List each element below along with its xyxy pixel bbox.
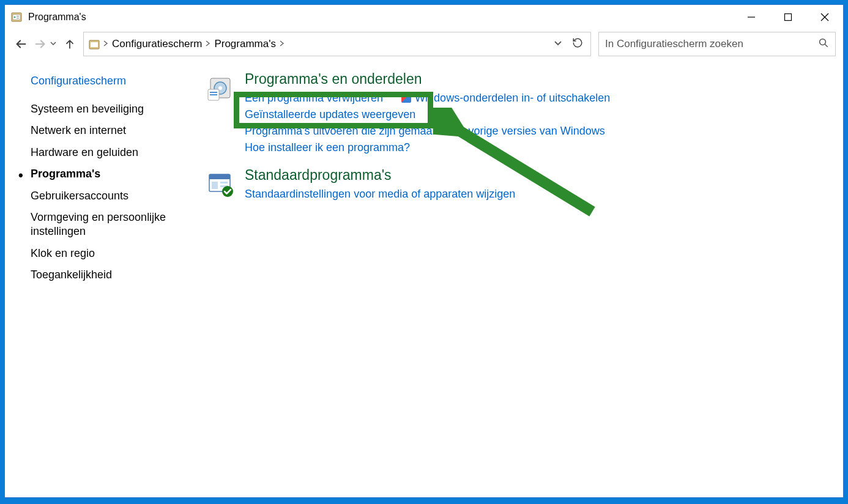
forward-button[interactable] bbox=[32, 35, 49, 53]
link-uninstall[interactable]: Een programma verwijderen bbox=[245, 90, 383, 106]
up-button[interactable] bbox=[61, 35, 78, 53]
titlebar: Programma's bbox=[5, 5, 843, 29]
window-controls bbox=[733, 5, 843, 29]
breadcrumb-sep[interactable] bbox=[103, 40, 108, 48]
sidebar-item-hardware[interactable]: Hardware en geluiden bbox=[31, 146, 197, 160]
svg-rect-17 bbox=[210, 92, 217, 93]
link-default-settings[interactable]: Standaardinstellingen voor media of appa… bbox=[245, 186, 515, 202]
programs-icon bbox=[207, 75, 234, 102]
sidebar-item-netwerk[interactable]: Netwerk en internet bbox=[31, 124, 197, 138]
recent-dropdown[interactable] bbox=[50, 40, 56, 48]
sidebar-home-link[interactable]: Configuratiescherm bbox=[31, 75, 197, 87]
refresh-button[interactable] bbox=[572, 37, 583, 51]
address-icon bbox=[89, 38, 100, 50]
link-previous-windows[interactable]: Programma's uitvoeren die zijn gemaakt v… bbox=[245, 123, 605, 139]
svg-rect-4 bbox=[17, 18, 19, 18]
svg-rect-18 bbox=[210, 94, 217, 95]
control-panel-window: Programma's bbox=[4, 4, 844, 498]
search-box[interactable] bbox=[598, 32, 836, 56]
link-how-install[interactable]: Hoe installeer ik een programma? bbox=[245, 139, 410, 156]
breadcrumb-item-1[interactable]: Programma's bbox=[214, 38, 276, 50]
default-programs-icon bbox=[207, 171, 234, 198]
category-default-programs: Standaardprogramma's Standaardinstelling… bbox=[207, 167, 843, 202]
svg-rect-22 bbox=[220, 182, 228, 183]
address-bar[interactable]: Configuratiescherm Programma's bbox=[83, 32, 591, 56]
link-windows-features[interactable]: Windows-onderdelen in- of uitschakelen bbox=[401, 90, 610, 106]
close-button[interactable] bbox=[806, 5, 843, 29]
link-installed-updates[interactable]: Geïnstalleerde updates weergeven bbox=[245, 106, 415, 123]
back-button[interactable] bbox=[12, 35, 29, 53]
breadcrumb-item-0[interactable]: Configuratiescherm bbox=[112, 38, 202, 50]
maximize-button[interactable] bbox=[770, 5, 806, 29]
address-dropdown[interactable] bbox=[554, 38, 562, 50]
svg-rect-10 bbox=[91, 42, 98, 47]
sidebar-item-toegankelijkheid[interactable]: Toegankelijkheid bbox=[31, 268, 197, 282]
svg-rect-21 bbox=[212, 182, 218, 189]
breadcrumb-sep[interactable] bbox=[206, 40, 210, 48]
search-input[interactable] bbox=[605, 38, 818, 50]
svg-point-15 bbox=[218, 86, 222, 90]
category-title[interactable]: Standaardprogramma's bbox=[245, 167, 843, 183]
window-title: Programma's bbox=[28, 12, 86, 23]
sidebar-item-klok[interactable]: Klok en regio bbox=[31, 246, 197, 261]
svg-point-11 bbox=[820, 39, 826, 45]
svg-rect-20 bbox=[209, 174, 230, 179]
svg-rect-6 bbox=[785, 14, 792, 21]
sidebar: Configuratiescherm Systeem en beveiligin… bbox=[5, 59, 207, 497]
search-icon[interactable] bbox=[818, 37, 829, 51]
category-title[interactable]: Programma's en onderdelen bbox=[245, 71, 843, 87]
main-content: Programma's en onderdelen Een programma … bbox=[207, 59, 843, 497]
body: Configuratiescherm Systeem en beveiligin… bbox=[5, 59, 843, 497]
sidebar-item-systeem[interactable]: Systeem en beveiliging bbox=[31, 102, 197, 116]
svg-point-2 bbox=[14, 17, 16, 18]
minimize-button[interactable] bbox=[733, 5, 770, 29]
sidebar-item-vormgeving[interactable]: Vormgeving en persoonlijke instellingen bbox=[31, 210, 197, 239]
svg-rect-3 bbox=[17, 16, 19, 17]
svg-point-24 bbox=[222, 186, 233, 197]
sidebar-item-programmas[interactable]: Programma's bbox=[31, 167, 197, 181]
svg-line-12 bbox=[825, 44, 828, 47]
app-icon bbox=[11, 12, 22, 23]
breadcrumb-sep[interactable] bbox=[280, 40, 285, 48]
sidebar-item-gebruikers[interactable]: Gebruikersaccounts bbox=[31, 189, 197, 203]
category-programs-features: Programma's en onderdelen Een programma … bbox=[207, 71, 843, 156]
navbar: Configuratiescherm Programma's bbox=[5, 29, 843, 59]
